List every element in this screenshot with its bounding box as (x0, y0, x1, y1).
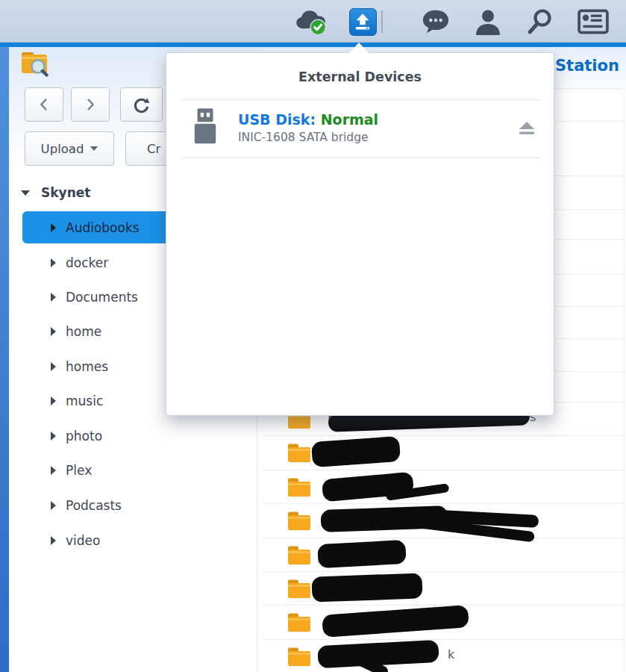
upload-button[interactable]: Upload (25, 131, 114, 166)
tree-expand-icon (51, 258, 56, 267)
back-button[interactable] (25, 87, 63, 122)
chevron-down-icon (90, 146, 98, 151)
sidebar-item-label: home (66, 324, 101, 339)
forward-button[interactable] (71, 87, 110, 122)
create-label: Cr (147, 142, 160, 156)
usb-arrow-glyph (351, 10, 374, 33)
folder-icon (287, 511, 311, 534)
tree-collapse-icon (21, 190, 30, 196)
upload-label: Upload (41, 142, 84, 156)
search-glyph (526, 7, 554, 36)
folder-icon (287, 443, 311, 466)
usb-drive-icon (191, 107, 219, 149)
popup-arrow (349, 43, 369, 53)
redaction-scribble (322, 605, 469, 638)
sidebar-item-skynet[interactable]: Skynet (21, 184, 90, 202)
widgets-icon[interactable] (576, 4, 610, 39)
folder-icon (287, 612, 311, 635)
tree-expand-icon (51, 466, 56, 475)
eject-icon (518, 120, 536, 137)
usb-device-row[interactable]: USB Disk: Normal INIC-1608 SATA bridge (166, 100, 555, 158)
file-row-redacted[interactable] (263, 538, 624, 571)
tree-expand-icon (51, 536, 56, 545)
filename-fragment: k (448, 647, 454, 662)
sidebar-item-plex[interactable]: Plex (22, 454, 252, 486)
forward-icon (82, 96, 98, 113)
sidebar-item-label: Podcasts (66, 498, 122, 513)
file-row-redacted[interactable] (263, 571, 624, 605)
search-icon[interactable] (523, 4, 557, 39)
sidebar-item-label: Documents (66, 290, 138, 305)
sidebar-item-podcasts[interactable]: Podcasts (22, 489, 252, 521)
tree-expand-icon (51, 327, 56, 336)
device-status: Normal (321, 111, 378, 128)
redaction-scribble (311, 573, 422, 602)
file-row-redacted[interactable] (263, 470, 624, 503)
chat-icon[interactable] (419, 4, 453, 39)
file-row-redacted[interactable] (263, 435, 624, 469)
sidebar-item-video[interactable]: video (22, 524, 252, 556)
taskbar (0, 0, 626, 43)
sidebar-item-label: Plex (66, 463, 92, 478)
tree-expand-icon (51, 396, 56, 405)
device-detail: INIC-1608 SATA bridge (238, 131, 369, 144)
refresh-button[interactable] (120, 87, 163, 122)
sidebar-item-photo[interactable]: photo (22, 420, 252, 452)
file-row-redacted[interactable] (263, 503, 624, 537)
sidebar-item-label: video (66, 533, 100, 548)
window-title: Station (555, 57, 619, 75)
desktop-background (0, 43, 9, 672)
refresh-icon (132, 96, 151, 114)
file-row-redacted[interactable] (263, 605, 624, 638)
folder-icon (287, 579, 311, 602)
back-icon (36, 96, 52, 113)
sidebar-root-label: Skynet (41, 185, 90, 200)
folder-icon (287, 647, 311, 670)
chat-bubble-glyph (420, 7, 451, 36)
external-devices-tile (349, 8, 377, 36)
sidebar-item-label: music (66, 393, 103, 408)
file-station-app-icon (20, 49, 48, 81)
folder-icon (287, 477, 311, 500)
user-glyph (473, 7, 503, 37)
device-name: USB Disk: Normal (238, 111, 378, 128)
redaction-scribble (311, 436, 401, 467)
external-devices-popup: External Devices USB Disk: Normal INIC-1… (166, 52, 554, 416)
widgets-card-glyph (578, 9, 609, 34)
divider (181, 158, 540, 158)
device-label: USB Disk: (238, 111, 316, 128)
folder-icon (287, 545, 311, 568)
column-divider (624, 88, 625, 672)
tree-expand-icon (51, 501, 56, 510)
cloud-glyph (294, 6, 328, 37)
sidebar-item-label: homes (66, 359, 108, 374)
tree-expand-icon (51, 223, 56, 232)
sidebar-item-label: docker (66, 255, 108, 270)
redaction-scribble (317, 540, 407, 568)
file-row-redacted[interactable]: k (263, 639, 624, 672)
eject-button[interactable] (517, 119, 536, 137)
sidebar-item-label: Audiobooks (66, 220, 140, 235)
sidebar-item-label: photo (66, 429, 102, 444)
popup-title: External Devices (166, 69, 554, 84)
tree-expand-icon (51, 432, 56, 441)
cloud-sync-icon[interactable] (294, 4, 328, 39)
screen: Station U (0, 0, 626, 672)
user-icon[interactable] (471, 4, 505, 39)
tree-expand-icon (51, 293, 56, 302)
tree-expand-icon (51, 362, 56, 371)
external-devices-icon[interactable] (345, 4, 380, 39)
taskbar-separator (381, 10, 383, 33)
